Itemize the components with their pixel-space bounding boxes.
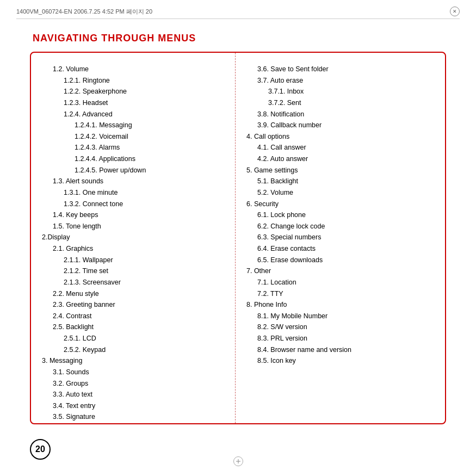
menu-item-1.4: 1.4. Key beeps (42, 209, 230, 221)
menu-item-2.3: 2.3. Greeting banner (42, 299, 230, 311)
menu-item-4.2: 4.2. Auto answer (246, 153, 434, 165)
menu-item-8.2: 8.2. S/W version (246, 322, 434, 333)
doc-header-text: 1400VM_060724-EN 2006.7.25 4:52 PM 페이지 2… (16, 8, 446, 16)
page-number-area: 20 (30, 439, 51, 460)
menu-item-1.2.3: 1.2.3. Headset (42, 97, 230, 109)
menu-item-7.1: 7.1. Location (246, 277, 434, 288)
menu-item-3.5: 3.5. Signature (42, 411, 230, 423)
menu-item-3.9: 3.9. Callback number (246, 120, 434, 131)
menu-item-4: 4. Call options (246, 131, 434, 143)
bottom-center-circle (233, 456, 243, 466)
menu-item-8.5: 8.5. Icon key (246, 355, 434, 367)
menu-item-1.2.2: 1.2.2. Speakerphone (42, 86, 230, 97)
menu-item-6.4: 6.4. Erase contacts (246, 243, 434, 255)
menu-item-2.1.1: 2.1.1. Wallpaper (42, 255, 230, 266)
page-title: NAVIGATING THROUGH MENUS (33, 33, 196, 44)
page-title-area: NAVIGATING THROUGH MENUS (33, 33, 196, 44)
menu-item-1.2.4.3: 1.2.4.3. Alarms (42, 142, 230, 153)
menu-item-8.3: 8.3. PRL version (246, 333, 434, 344)
menu-item-3.1: 3.1. Sounds (42, 367, 230, 378)
menu-item-2.4: 2.4. Contrast (42, 311, 230, 322)
menu-item-3.2: 3.2. Groups (42, 378, 230, 390)
menu-item-1.2.4.1: 1.2.4.1. Messaging (42, 120, 230, 131)
menu-item-2.5.2: 2.5.2. Keypad (42, 344, 230, 356)
menu-item-2: 2.Display (42, 232, 230, 243)
menu-item-2.5: 2.5. Backlight (42, 322, 230, 333)
menu-item-1.2: 1.2. Volume (42, 64, 230, 75)
main-content-box: 1.2. Volume1.2.1. Ringtone1.2.2. Speaker… (30, 52, 446, 424)
menu-item-1.3.2: 1.3.2. Connect tone (42, 199, 230, 210)
menu-item-1.5: 1.5. Tone length (42, 221, 230, 232)
doc-header: 1400VM_060724-EN 2006.7.25 4:52 PM 페이지 2… (16, 7, 460, 19)
header-cross-icon: ✕ (453, 9, 457, 14)
menu-item-2.5.1: 2.5.1. LCD (42, 333, 230, 344)
menu-item-1.2.4: 1.2.4. Advanced (42, 109, 230, 120)
menu-item-3.7: 3.7. Auto erase (246, 75, 434, 86)
page-number: 20 (30, 439, 51, 460)
menu-item-8.1: 8.1. My Mobile Number (246, 311, 434, 322)
menu-item-3.8: 3.8. Notification (246, 109, 434, 120)
menu-item-3.4: 3.4. Text entry (42, 400, 230, 412)
menu-item-4.1: 4.1. Call answer (246, 142, 434, 153)
menu-item-6.3: 6.3. Special numbers (246, 232, 434, 243)
menu-item-1.2.4.4: 1.2.4.4. Applications (42, 153, 230, 165)
menu-item-8.4: 8.4. Browser name and version (246, 344, 434, 356)
menu-item-1.2.1: 1.2.1. Ringtone (42, 75, 230, 86)
menu-item-6.1: 6.1. Lock phone (246, 209, 434, 221)
menu-item-6.2: 6.2. Change lock code (246, 221, 434, 232)
menu-item-3.3: 3.3. Auto text (42, 389, 230, 400)
menu-item-2.1.2: 2.1.2. Time set (42, 265, 230, 277)
menu-item-2.1: 2.1. Graphics (42, 243, 230, 255)
menu-item-1.2.4.5: 1.2.4.5. Power up/down (42, 165, 230, 176)
menu-item-5: 5. Game settings (246, 165, 434, 176)
menu-item-2.2: 2.2. Menu style (42, 288, 230, 300)
menu-item-6: 6. Security (246, 199, 434, 210)
menu-item-3.7.2: 3.7.2. Sent (246, 97, 434, 109)
menu-item-2.1.3: 2.1.3. Screensaver (42, 277, 230, 288)
menu-item-1.3.1: 1.3.1. One minute (42, 187, 230, 199)
right-column: 3.6. Save to Sent folder3.7. Auto erase3… (236, 53, 445, 423)
menu-item-5.2: 5.2. Volume (246, 187, 434, 199)
menu-item-3: 3. Messaging (42, 355, 230, 367)
menu-item-7: 7. Other (246, 265, 434, 277)
menu-item-8: 8. Phone Info (246, 299, 434, 311)
left-column: 1.2. Volume1.2.1. Ringtone1.2.2. Speaker… (31, 53, 236, 423)
menu-item-3.7.1: 3.7.1. Inbox (246, 86, 434, 97)
menu-item-7.2: 7.2. TTY (246, 288, 434, 300)
menu-item-1.2.4.2: 1.2.4.2. Voicemail (42, 131, 230, 143)
header-circle: ✕ (450, 7, 460, 16)
menu-item-6.5: 6.5. Erase downloads (246, 255, 434, 266)
menu-item-3.6: 3.6. Save to Sent folder (246, 64, 434, 75)
menu-item-5.1: 5.1. Backlight (246, 176, 434, 187)
menu-item-1.3: 1.3. Alert sounds (42, 176, 230, 187)
